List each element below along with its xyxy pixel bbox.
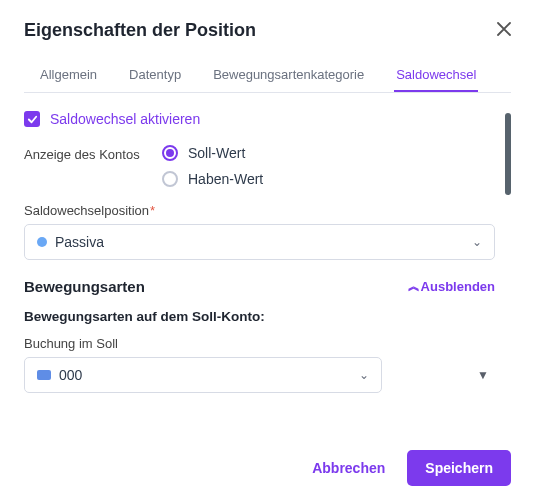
movements-title: Bewegungsarten bbox=[24, 278, 145, 295]
enable-label: Saldowechsel aktivieren bbox=[50, 111, 200, 127]
position-value: Passiva bbox=[55, 234, 104, 250]
radio-icon bbox=[162, 145, 178, 161]
tab-bar: Allgemein Datentyp Bewegungsartenkategor… bbox=[24, 59, 511, 93]
radio-icon bbox=[162, 171, 178, 187]
tab-bewegungsartenkategorie[interactable]: Bewegungsartenkategorie bbox=[211, 59, 366, 92]
booking-value: 000 bbox=[59, 367, 82, 383]
position-label: Saldowechselposition* bbox=[24, 203, 495, 218]
page-title: Eigenschaften der Position bbox=[24, 20, 256, 41]
debit-section-label: Bewegungsarten auf dem Soll-Konto: bbox=[24, 309, 495, 324]
dot-icon bbox=[37, 237, 47, 247]
chevron-down-icon: ⌄ bbox=[472, 235, 482, 249]
booking-label: Buchung im Soll bbox=[24, 336, 495, 351]
radio-label-haben: Haben-Wert bbox=[188, 171, 263, 187]
collapse-label: Ausblenden bbox=[421, 279, 495, 294]
radio-soll-wert[interactable]: Soll-Wert bbox=[162, 145, 263, 161]
radio-haben-wert[interactable]: Haben-Wert bbox=[162, 171, 263, 187]
account-display-label: Anzeige des Kontos bbox=[24, 145, 162, 162]
cancel-button[interactable]: Abbrechen bbox=[312, 450, 385, 486]
enable-checkbox[interactable] bbox=[24, 111, 40, 127]
chevron-down-icon: ⌄ bbox=[359, 368, 369, 382]
position-dropdown[interactable]: Passiva ⌄ bbox=[24, 224, 495, 260]
tab-saldowechsel[interactable]: Saldowechsel bbox=[394, 59, 478, 92]
radio-label-soll: Soll-Wert bbox=[188, 145, 245, 161]
tab-datentyp[interactable]: Datentyp bbox=[127, 59, 183, 92]
movement-type-icon bbox=[37, 370, 51, 380]
booking-dropdown[interactable]: 000 ⌄ bbox=[24, 357, 382, 393]
save-button[interactable]: Speichern bbox=[407, 450, 511, 486]
row-expand-icon[interactable]: ▼ bbox=[477, 368, 495, 382]
double-chevron-up-icon: ︽ bbox=[408, 278, 417, 295]
required-marker: * bbox=[150, 203, 155, 218]
collapse-button[interactable]: ︽ Ausblenden bbox=[408, 278, 495, 295]
tab-allgemein[interactable]: Allgemein bbox=[38, 59, 99, 92]
close-icon[interactable] bbox=[497, 20, 511, 41]
scrollbar-thumb[interactable] bbox=[505, 113, 511, 195]
